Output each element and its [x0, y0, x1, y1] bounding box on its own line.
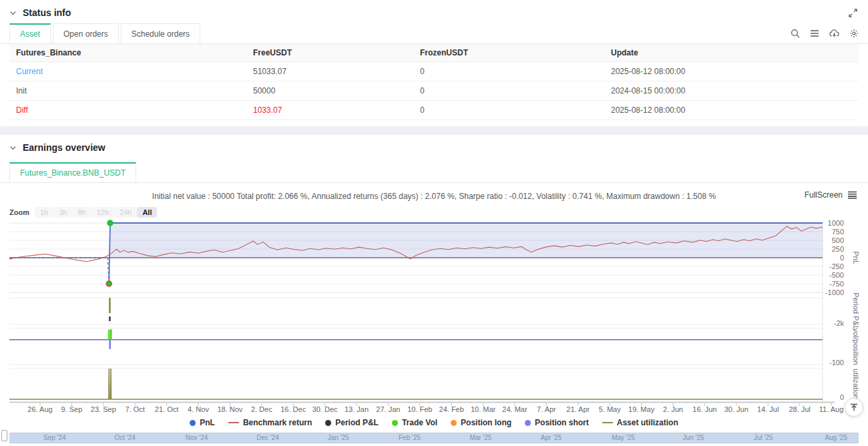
svg-text:21. Apr: 21. Apr [566, 405, 590, 413]
zoom-button-1h[interactable]: 1h [35, 207, 53, 218]
row-diff-update: 2025-08-12 08:00:00 [604, 101, 859, 120]
legend-item-trade-vol[interactable]: Trade Vol [392, 418, 437, 427]
fullscreen-button[interactable]: FullScreen [805, 190, 857, 200]
asset-table: Futures_Binance FreeUSDT FrozenUSDT Upda… [9, 44, 859, 120]
row-current-frozen: 0 [413, 62, 604, 81]
zoom-button-3h[interactable]: 3h [53, 207, 72, 218]
table-row-current: Current 51033.07 0 2025-08-12 08:00:00 [9, 62, 859, 81]
svg-text:11. Aug: 11. Aug [819, 405, 844, 413]
svg-text:500: 500 [832, 236, 844, 244]
navigator-month-label: Sep '24 [43, 434, 66, 441]
navigator-month-label: Jul '25 [754, 434, 773, 441]
earnings-overview-section: Earnings overview Futures_Binance.BNB_US… [0, 135, 868, 446]
search-icon[interactable] [791, 29, 800, 38]
svg-text:vol/position: vol/position [852, 328, 860, 365]
settings-gear-icon[interactable] [849, 29, 859, 38]
tab-open-orders[interactable]: Open orders [53, 23, 119, 43]
zoom-controls: Zoom 1h3h8h12h24hAll [0, 204, 868, 218]
svg-text:10. Feb: 10. Feb [407, 405, 432, 413]
navigator-month-label: Oct '24 [114, 434, 135, 441]
earnings-summary-text: Initial net value : 50000 Total profit: … [152, 192, 716, 201]
svg-text:18. Nov: 18. Nov [217, 405, 242, 413]
svg-text:7. Apr: 7. Apr [537, 405, 556, 413]
col-update: Update [604, 44, 859, 62]
table-row-diff: Diff 1033.07 0 2025-08-12 08:00:00 [9, 101, 859, 120]
chart-menu-icon[interactable] [847, 191, 857, 199]
legend-item-pnl[interactable]: PnL [190, 418, 215, 427]
navigator-handle[interactable] [1, 430, 7, 441]
chevron-down-icon[interactable] [9, 144, 17, 152]
row-diff-label[interactable]: Diff [9, 101, 246, 120]
legend-dot-icon [451, 420, 457, 426]
svg-text:26. Aug: 26. Aug [27, 405, 52, 413]
svg-text:10. Mar: 10. Mar [471, 405, 496, 413]
row-init-frozen: 0 [413, 81, 604, 101]
svg-text:4. Nov: 4. Nov [188, 405, 209, 413]
svg-text:7. Oct: 7. Oct [126, 405, 145, 413]
tab-schedule-orders[interactable]: Schedule orders [121, 23, 200, 43]
menu-icon[interactable] [810, 29, 819, 38]
section-divider [0, 126, 868, 135]
legend-item-position-short[interactable]: Position short [525, 418, 589, 427]
row-current-label[interactable]: Current [9, 62, 246, 81]
svg-text:0: 0 [840, 393, 844, 401]
svg-text:-500: -500 [829, 271, 844, 279]
row-diff-frozen: 0 [413, 101, 604, 120]
svg-text:PnL: PnL [852, 251, 860, 264]
tab-asset[interactable]: Asset [9, 23, 51, 43]
navigator-month-label: Jan '25 [328, 434, 349, 441]
row-init-free: 50000 [246, 81, 413, 101]
tab-futures-binance-bnb-usdt[interactable]: Futures_Binance.BNB_USDT [9, 162, 136, 182]
cloud-download-icon[interactable] [829, 29, 839, 38]
row-diff-free: 1033.07 [246, 101, 413, 120]
svg-text:24. Feb: 24. Feb [439, 405, 464, 413]
earnings-header: Earnings overview [0, 135, 868, 158]
svg-text:9. Sep: 9. Sep [61, 405, 82, 413]
expand-arrows-icon[interactable] [849, 9, 857, 17]
earnings-title: Earnings overview [23, 142, 105, 153]
earnings-summary-row: Initial net value : 50000 Total profit: … [0, 183, 868, 204]
legend-item-asset-utilization[interactable]: Asset utilization [602, 418, 678, 427]
zoom-button-8h[interactable]: 8h [72, 207, 91, 218]
row-current-update: 2025-08-12 08:00:00 [604, 62, 859, 81]
row-init-update: 2024-08-15 00:00:00 [604, 81, 859, 101]
navigator-month-label: Mar '25 [469, 434, 491, 441]
legend-dot-icon [392, 420, 398, 426]
status-tabs-bar: Asset Open orders Schedule orders [0, 23, 868, 44]
status-info-section: Status info Asset Open orders Schedule o… [0, 0, 868, 126]
svg-text:27. Jan: 27. Jan [376, 405, 400, 413]
legend-line-icon [602, 422, 613, 423]
svg-text:2. Dec: 2. Dec [251, 405, 272, 413]
svg-text:5. May: 5. May [599, 405, 622, 413]
navigator-month-label: May '25 [612, 434, 635, 441]
svg-text:14. Jul: 14. Jul [757, 405, 779, 413]
svg-text:250: 250 [832, 245, 844, 253]
chevron-down-icon[interactable] [9, 9, 17, 17]
back-to-top-button[interactable] [845, 398, 863, 417]
svg-text:Period P&L: Period P&L [852, 292, 860, 330]
chart-legend: PnLBenchmark returnPeriod P&LTrade VolPo… [0, 417, 868, 428]
row-current-free: 51033.07 [246, 62, 413, 81]
earnings-chart[interactable]: 10007505002500-250-500-750-1000-2k-10002… [9, 218, 868, 417]
legend-item-position-long[interactable]: Position long [451, 418, 511, 427]
navigator-month-label: Apr '25 [541, 434, 562, 441]
svg-text:24. Mar: 24. Mar [502, 405, 527, 413]
legend-item-period-p-l[interactable]: Period P&L [325, 418, 379, 427]
svg-text:-2k: -2k [834, 319, 845, 327]
table-row-init: Init 50000 0 2024-08-15 00:00:00 [9, 81, 859, 101]
chart-navigator[interactable]: Sep '24Oct '24Nov '24Dec '24Jan '25Feb '… [9, 433, 859, 443]
zoom-button-24h[interactable]: 24h [114, 207, 137, 218]
zoom-button-12h[interactable]: 12h [91, 207, 114, 218]
col-freeusdt: FreeUSDT [246, 44, 413, 62]
svg-text:16. Jun: 16. Jun [692, 405, 716, 413]
navigator-month-label: Nov '24 [186, 434, 208, 441]
svg-text:-750: -750 [829, 280, 844, 288]
svg-text:30. Dec: 30. Dec [312, 405, 338, 413]
legend-dot-icon [190, 420, 196, 426]
col-frozenusdt: FrozenUSDT [413, 44, 604, 62]
zoom-label: Zoom [9, 208, 29, 216]
zoom-button-all[interactable]: All [137, 207, 157, 218]
legend-item-benchmark-return[interactable]: Benchmark return [228, 418, 312, 427]
svg-text:16. Dec: 16. Dec [280, 405, 306, 413]
svg-text:0: 0 [840, 254, 844, 262]
